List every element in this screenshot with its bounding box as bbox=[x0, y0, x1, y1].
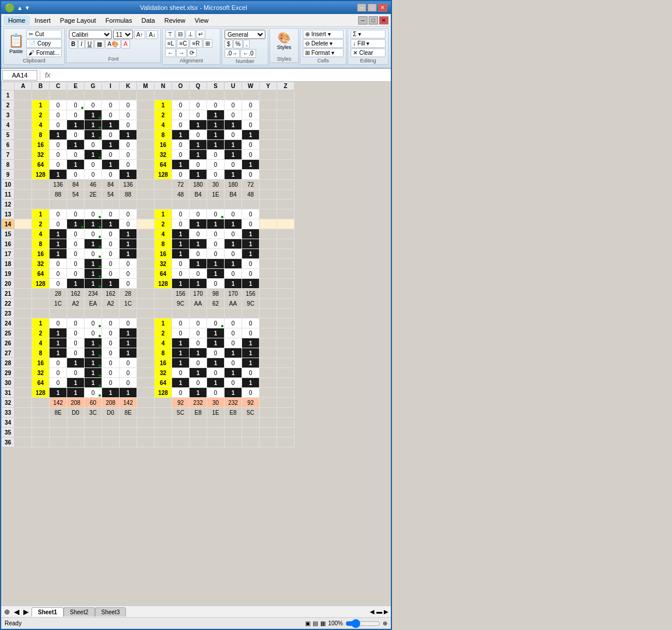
grid-cell[interactable] bbox=[15, 219, 32, 229]
grid-cell[interactable]: D0 bbox=[67, 408, 85, 418]
grid-cell[interactable] bbox=[277, 299, 295, 309]
grid-cell[interactable]: 1 bbox=[32, 209, 50, 219]
grid-cell[interactable]: 128 bbox=[155, 388, 172, 398]
grid-cell[interactable]: E8 bbox=[225, 408, 242, 418]
grid-cell[interactable] bbox=[137, 418, 155, 428]
grid-cell[interactable]: 0 bbox=[120, 110, 137, 120]
grid-cell[interactable]: 0 bbox=[102, 378, 120, 388]
grid-cell[interactable] bbox=[120, 418, 137, 428]
grid-cell[interactable]: 8E bbox=[120, 408, 137, 418]
col-header-z[interactable]: Z bbox=[277, 82, 295, 90]
grid-cell[interactable]: 0 bbox=[50, 110, 67, 120]
grid-cell[interactable]: 0 bbox=[225, 160, 242, 170]
grid-cell[interactable] bbox=[277, 219, 295, 229]
grid-cell[interactable]: 0 bbox=[172, 140, 190, 150]
sheet-nav-left[interactable]: ◀ bbox=[12, 608, 21, 616]
grid-cell[interactable] bbox=[137, 279, 155, 289]
grid-cell[interactable] bbox=[277, 328, 295, 338]
grid-cell[interactable] bbox=[15, 90, 32, 100]
grid-cell[interactable] bbox=[137, 309, 155, 318]
grid-cell[interactable]: 0 bbox=[120, 358, 137, 368]
grid-cell[interactable]: 1 bbox=[67, 388, 85, 398]
grid-cell[interactable] bbox=[137, 388, 155, 398]
grid-cell[interactable]: 1 bbox=[85, 219, 102, 229]
grid-cell[interactable]: 1E bbox=[207, 190, 225, 200]
grid-cell[interactable]: 1 bbox=[242, 378, 260, 388]
grid-cell[interactable]: 0 bbox=[50, 120, 67, 130]
grid-cell[interactable] bbox=[277, 368, 295, 378]
grid-cell[interactable] bbox=[277, 378, 295, 388]
grid-cell[interactable]: 0 bbox=[172, 259, 190, 269]
grid-cell[interactable]: 180 bbox=[225, 180, 242, 190]
grid-cell[interactable] bbox=[225, 428, 242, 438]
grid-cell[interactable] bbox=[32, 90, 50, 100]
grid-cell[interactable]: 0 bbox=[242, 120, 260, 130]
grid-cell[interactable]: 28 bbox=[120, 289, 137, 299]
grid-cell[interactable] bbox=[190, 418, 207, 428]
grid-cell[interactable] bbox=[50, 309, 67, 318]
grid-cell[interactable]: 1 bbox=[225, 259, 242, 269]
grid-cell[interactable]: 0 bbox=[85, 160, 102, 170]
grid-cell[interactable]: 1 bbox=[102, 140, 120, 150]
grid-cell[interactable] bbox=[15, 110, 32, 120]
grid-cell[interactable] bbox=[137, 100, 155, 110]
grid-cell[interactable]: 1 bbox=[85, 269, 102, 279]
close-button[interactable]: ✕ bbox=[378, 4, 387, 12]
grid-cell[interactable]: 0 bbox=[102, 170, 120, 180]
grid-cell[interactable]: 0 bbox=[172, 150, 190, 160]
grid-cell[interactable]: 64 bbox=[32, 378, 50, 388]
grid-cell[interactable]: 1 bbox=[242, 239, 260, 249]
grid-cell[interactable]: 0 bbox=[85, 170, 102, 180]
styles-button[interactable]: 🎨 Styles bbox=[272, 30, 296, 52]
grid-cell[interactable] bbox=[67, 428, 85, 438]
number-format-select[interactable]: General bbox=[225, 30, 265, 39]
grid-cell[interactable]: 208 bbox=[67, 398, 85, 408]
grid-cell[interactable] bbox=[15, 418, 32, 428]
grid-cell[interactable] bbox=[137, 160, 155, 170]
grid-cell[interactable]: 0 bbox=[120, 368, 137, 378]
grid-cell[interactable]: 1 bbox=[85, 348, 102, 358]
row-num-13[interactable]: 13 bbox=[2, 209, 15, 219]
grid-cell[interactable] bbox=[15, 318, 32, 328]
grid-cell[interactable]: 4 bbox=[155, 229, 172, 239]
col-header-q[interactable]: Q bbox=[190, 82, 207, 90]
grid-cell[interactable]: 2 bbox=[32, 219, 50, 229]
grid-cell[interactable]: 128 bbox=[32, 170, 50, 180]
row-num-12[interactable]: 12 bbox=[2, 200, 15, 209]
grid-cell[interactable]: 1 bbox=[190, 259, 207, 269]
grid-cell[interactable] bbox=[277, 239, 295, 249]
grid-cell[interactable]: 0 bbox=[120, 150, 137, 160]
grid-cell[interactable]: 1 bbox=[225, 279, 242, 289]
grid-cell[interactable]: 4 bbox=[32, 338, 50, 348]
grid-cell[interactable] bbox=[15, 259, 32, 269]
grid-cell[interactable]: 0 bbox=[50, 209, 67, 219]
grid-cell[interactable]: 64 bbox=[32, 160, 50, 170]
grid-cell[interactable]: 1 bbox=[85, 130, 102, 140]
ribbon-min[interactable]: ─ bbox=[358, 16, 368, 24]
grid-cell[interactable]: 1 bbox=[67, 140, 85, 150]
grid-cell[interactable]: 1 bbox=[120, 239, 137, 249]
grid-cell[interactable] bbox=[155, 438, 172, 447]
grid-cell[interactable]: 1 bbox=[85, 150, 102, 160]
grid-cell[interactable]: 1 bbox=[225, 348, 242, 358]
grid-cell[interactable]: 0 bbox=[190, 328, 207, 338]
grid-cell[interactable] bbox=[15, 239, 32, 249]
grid-cell[interactable]: D0 bbox=[102, 408, 120, 418]
grid-cell[interactable] bbox=[15, 398, 32, 408]
grid-cell[interactable] bbox=[15, 348, 32, 358]
grid-cell[interactable]: 1 bbox=[120, 328, 137, 338]
grid-cell[interactable] bbox=[15, 130, 32, 140]
grid-cell[interactable] bbox=[260, 249, 277, 259]
grid-cell[interactable] bbox=[260, 408, 277, 418]
grid-cell[interactable]: 0 bbox=[242, 388, 260, 398]
grid-cell[interactable]: 0 bbox=[225, 328, 242, 338]
grid-cell[interactable]: 1 bbox=[225, 120, 242, 130]
grid-cell[interactable]: 1C bbox=[120, 299, 137, 309]
row-num-8[interactable]: 8 bbox=[2, 160, 15, 170]
row-num-9[interactable]: 9 bbox=[2, 170, 15, 180]
grid-cell[interactable] bbox=[260, 140, 277, 150]
grid-cell[interactable]: 0 bbox=[225, 358, 242, 368]
wrap-text-button[interactable]: ↵ bbox=[196, 30, 205, 38]
grid-cell[interactable] bbox=[242, 438, 260, 447]
orientation-button[interactable]: ⟳ bbox=[187, 48, 197, 57]
